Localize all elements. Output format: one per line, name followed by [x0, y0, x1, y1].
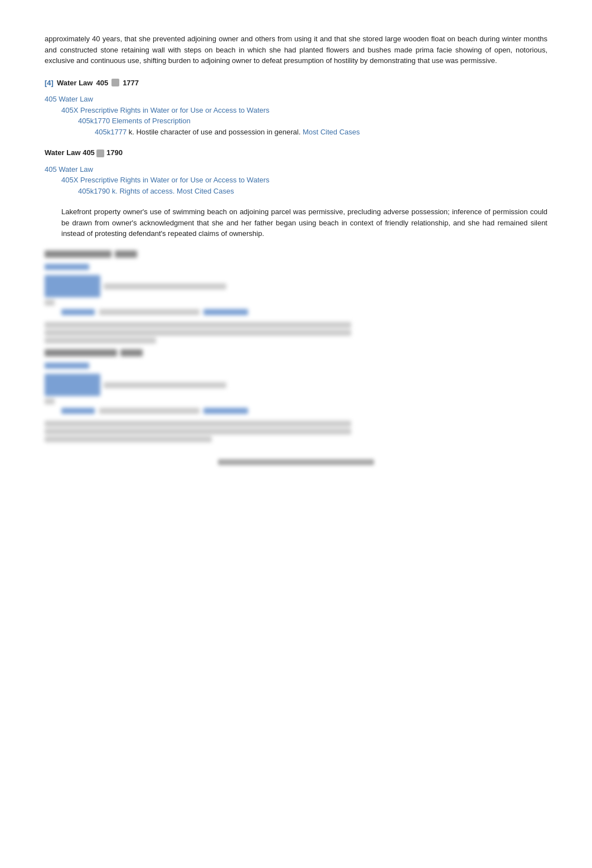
taxonomy-level4: 405k1777 k. Hostile character of use and… [95, 127, 547, 138]
taxonomy2-level3-link[interactable]: 405k1790 [78, 187, 112, 195]
taxonomy-level4-link[interactable]: 405k1777 [95, 128, 129, 136]
section4-header: [4] Water Law 405 1777 [45, 78, 547, 89]
intro-paragraph: approximately 40 years, that she prevent… [45, 33, 547, 66]
key-icon-2 [96, 150, 104, 157]
bottom-copyright [45, 459, 547, 465]
section4-key1: 405 [96, 78, 108, 89]
section4-key2: 1777 [123, 78, 139, 89]
taxonomy-level3-link[interactable]: 405k1770 [78, 117, 112, 125]
taxonomy-level1[interactable]: 405 Water Law [45, 94, 547, 105]
section4-bracket-link[interactable]: [4] [45, 78, 54, 89]
most-cited-cases-link-2[interactable]: Most Cited Cases [177, 187, 234, 195]
blurred-heading-1 [45, 250, 547, 344]
summary-paragraph: Lakefront property owner's use of swimmi… [61, 206, 547, 239]
taxonomy2-level2[interactable]: 405X Prescriptive Rights in Water or for… [61, 175, 547, 186]
taxonomy-level2-link[interactable]: 405X [61, 106, 80, 114]
section4-topic: Water Law [57, 78, 93, 89]
section-water2-header: Water Law 405 1790 [45, 147, 547, 158]
blurred-section-1 [45, 250, 547, 442]
taxonomy-block-1: 405 Water Law 405X Prescriptive Rights i… [45, 94, 547, 137]
taxonomy2-level2-link[interactable]: 405X [61, 176, 80, 184]
blurred-heading-2 [45, 349, 547, 442]
most-cited-cases-link-1[interactable]: Most Cited Cases [303, 128, 360, 136]
taxonomy2-level3[interactable]: 405k1790 k. Rights of access. Most Cited… [78, 186, 547, 197]
taxonomy-block-2: 405 Water Law 405X Prescriptive Rights i… [45, 164, 547, 197]
taxonomy2-level1-link[interactable]: 405 [45, 165, 59, 173]
key-icon [111, 79, 119, 86]
taxonomy-level1-link[interactable]: 405 [45, 95, 59, 103]
taxonomy-level3[interactable]: 405k1770 Elements of Prescription [78, 115, 547, 127]
taxonomy2-level1[interactable]: 405 Water Law [45, 164, 547, 175]
taxonomy-level2[interactable]: 405X Prescriptive Rights in Water or for… [61, 105, 547, 116]
